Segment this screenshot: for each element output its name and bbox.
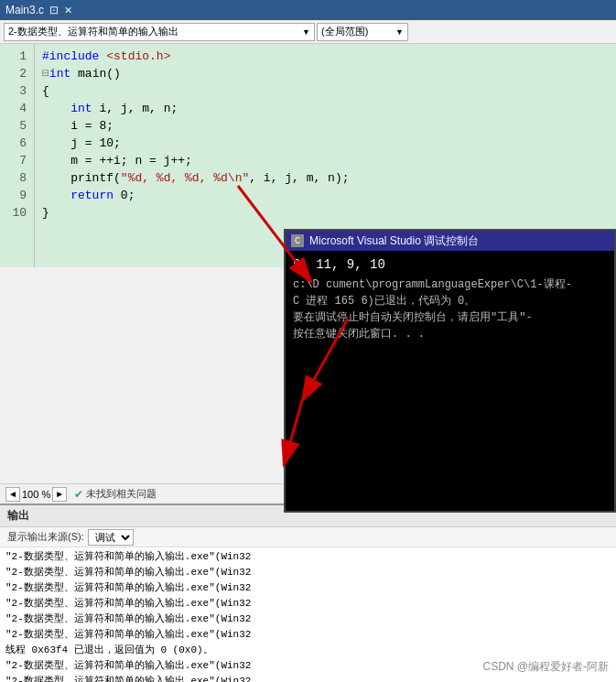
zoom-increase-button[interactable]: ►: [52, 487, 67, 502]
line-number: 9: [0, 187, 27, 204]
status-bar: ◄ 100 % ► ✔ 未找到相关问题: [0, 483, 284, 503]
code-line-8: printf("%d, %d, %d, %d\n", i, j, m, n);: [42, 169, 609, 187]
line-number: 8: [0, 169, 27, 187]
output-title: 输出: [7, 508, 29, 524]
console-app-icon: C: [291, 234, 304, 247]
line-number: 3: [0, 82, 27, 100]
toolbar-strip: 2-数据类型、运算符和简单的输入输出 ▼ (全局范围) ▼: [0, 20, 616, 44]
output-line: 线程 0x63f4 已退出，返回值为 0 (0x0)。: [5, 643, 611, 658]
code-line-5: i = 8;: [42, 117, 609, 135]
code-line-2: ⊟int main(): [42, 65, 609, 82]
line-numbers: 1 2 3 4 5 6 7 8 9 10: [0, 44, 35, 267]
output-source-row: 显示输出来源(S): 调试: [0, 527, 616, 547]
output-line: "2-数据类型、运算符和简单的输入输出.exe"(Win32: [5, 580, 611, 596]
dropdown-main-arrow: ▼: [302, 27, 310, 37]
zoom-control: ◄ 100 % ►: [5, 487, 67, 502]
output-line: "2-数据类型、运算符和简单的输入输出.exe"(Win32: [5, 674, 611, 682]
console-auto-close-line: 要在调试停止时自动关闭控制台，请启用"工具"-: [293, 309, 607, 326]
close-icon[interactable]: ✕: [64, 5, 72, 16]
code-line-1: #include <stdio.h>: [42, 48, 609, 65]
console-output-result: 9, 11, 9, 10: [293, 256, 607, 273]
status-text: 未找到相关问题: [86, 487, 157, 501]
output-line: "2-数据类型、运算符和简单的输入输出.exe"(Win32: [5, 627, 611, 643]
line-number: 4: [0, 100, 27, 117]
tab-filename[interactable]: Main3.c: [5, 4, 44, 16]
output-line: "2-数据类型、运算符和简单的输入输出.exe"(Win32: [5, 565, 611, 580]
output-line: "2-数据类型、运算符和简单的输入输出.exe"(Win32: [5, 596, 611, 612]
zoom-level: 100 %: [22, 489, 50, 500]
tab-separator: ⊡: [49, 4, 59, 16]
watermark: CSDN @编程爱好者-阿新: [482, 659, 609, 675]
code-line-10: }: [42, 204, 609, 222]
zoom-decrease-button[interactable]: ◄: [5, 487, 20, 502]
code-line-3: {: [42, 82, 609, 100]
dropdown-scope-arrow: ▼: [395, 27, 404, 37]
line-number: 2: [0, 65, 27, 82]
console-press-key-line: 按任意键关闭此窗口. . .: [293, 326, 607, 342]
function-dropdown[interactable]: 2-数据类型、运算符和简单的输入输出 ▼: [4, 23, 315, 41]
output-line: "2-数据类型、运算符和简单的输入输出.exe"(Win32: [5, 549, 611, 565]
output-panel: 输出 显示输出来源(S): 调试 "2-数据类型、运算符和简单的输入输出.exe…: [0, 503, 616, 682]
code-line-9: return 0;: [42, 187, 609, 204]
line-number: 7: [0, 152, 27, 169]
output-source-select[interactable]: 调试: [88, 529, 134, 546]
console-title-text: Microsoft Visual Studio 调试控制台: [309, 233, 479, 249]
output-line: "2-数据类型、运算符和简单的输入输出.exe"(Win32: [5, 612, 611, 627]
code-line-7: m = ++i; n = j++;: [42, 152, 609, 169]
title-bar: Main3.c ⊡ ✕: [0, 0, 616, 20]
line-number: 6: [0, 135, 27, 152]
line-number: 1: [0, 48, 27, 65]
dropdown-main-label: 2-数据类型、运算符和简单的输入输出: [8, 25, 298, 38]
code-line-6: j = 10;: [42, 135, 609, 152]
console-exit-line: C 进程 165 6)已退出，代码为 0。: [293, 293, 607, 309]
console-window: C Microsoft Visual Studio 调试控制台 9, 11, 9…: [284, 229, 616, 513]
code-line-4: int i, j, m, n;: [42, 100, 609, 117]
dropdown-scope-label: (全局范围): [321, 25, 392, 38]
console-path-line: c:\D cument\programmLanguageExper\C\1-课程…: [293, 276, 607, 293]
line-number: 5: [0, 117, 27, 135]
output-source-label: 显示输出来源(S):: [7, 530, 84, 544]
line-number: 10: [0, 204, 27, 222]
console-title-bar: C Microsoft Visual Studio 调试控制台: [286, 231, 614, 251]
status-indicator: ✔ 未找到相关问题: [74, 487, 157, 501]
console-body: 9, 11, 9, 10 c:\D cument\programmLanguag…: [286, 251, 614, 511]
scope-dropdown[interactable]: (全局范围) ▼: [317, 23, 408, 41]
check-icon: ✔: [74, 488, 83, 501]
